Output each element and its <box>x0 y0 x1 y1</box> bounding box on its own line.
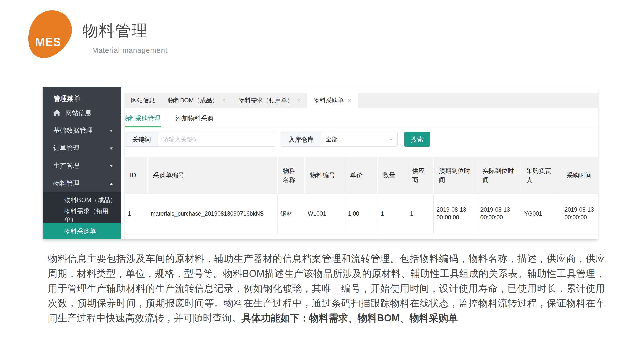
search-button[interactable]: 搜索 <box>404 132 430 147</box>
table-cell: 1 <box>125 194 148 234</box>
warehouse-label: 入库仓库 <box>281 132 321 147</box>
close-icon[interactable]: × <box>297 97 301 103</box>
chevron-icon: ▼ <box>109 164 114 168</box>
warehouse-select[interactable]: 全部 ▼ <box>321 132 398 147</box>
chevron-down-icon: ▼ <box>389 137 394 141</box>
sidebar-subitem[interactable]: 物料需求（领用单） <box>43 208 121 223</box>
sidebar-item[interactable]: 物料管理 ▲ <box>43 174 121 192</box>
sidebar-item-label: 生产管理 <box>53 161 109 170</box>
warehouse-group: 入库仓库 全部 ▼ <box>281 132 398 147</box>
sidebar-item[interactable]: 基础数据管理 ▼ <box>43 122 121 139</box>
close-icon[interactable]: × <box>348 97 351 103</box>
tab-bar: 网站信息 物料BOM（成品） × 物料需求（领用单） × 物料采购单 × <box>124 93 598 108</box>
table-cell: 2019-08-13 00:00:00 <box>561 194 598 234</box>
table-header-cell: 供应商 <box>407 157 433 194</box>
table-cell: materials_purchase_20190813090716bkNS <box>148 194 277 234</box>
description-bold: 具体功能如下：物料需求、物料BOM、物料采购单 <box>242 313 458 323</box>
table-cell: 2019-08-13 00:00:00 <box>433 194 477 234</box>
close-icon[interactable]: × <box>222 97 226 103</box>
sidebar: 管理菜单 网站信息 基础数据管理 ▼ 订单管理 ▼ 生产管理 ▼ 物料管理 ▲ … <box>43 87 121 239</box>
mes-logo: MES <box>27 10 73 59</box>
purchase-table: ID 采购单编号 物料名称 物料编号 单价 数量 供应商 预期到位时间 实际到位… <box>125 157 598 234</box>
content-area: 网站信息 物料BOM（成品） × 物料需求（领用单） × 物料采购单 × 物料采… <box>121 87 598 239</box>
subtab[interactable]: 物料采购管理 <box>124 114 161 127</box>
table-header-cell: 物料名称 <box>277 157 305 194</box>
sidebar-item[interactable]: 订单管理 ▼ <box>43 139 121 157</box>
sidebar-item[interactable]: 网站信息 <box>43 104 121 122</box>
sidebar-item[interactable]: 生产管理 ▼ <box>43 157 121 174</box>
page-titles: 物料管理 Material management <box>83 10 167 55</box>
table-cell: WL001 <box>305 194 345 234</box>
sidebar-subitem-label: 物料BOM（成品） <box>64 196 116 204</box>
sidebar-subitem-label: 物料采购单 <box>64 227 96 235</box>
tab-label: 物料需求（领用单） <box>239 96 293 104</box>
tab[interactable]: 网站信息 <box>124 93 162 108</box>
sidebar-submenu: 物料BOM（成品） 物料需求（领用单） 物料采购单 <box>43 192 121 239</box>
subtab[interactable]: 添加物料采购 <box>175 114 214 127</box>
table-cell: YG001 <box>521 194 561 234</box>
tab-label: 物料BOM（成品） <box>168 96 218 104</box>
page: MES 物料管理 Material management 管理菜单 网站信息 基… <box>0 0 644 362</box>
search-toolbar: 关键词 入库仓库 全部 ▼ 搜索 <box>125 132 598 147</box>
table-header-cell: 实际到位时间 <box>477 157 521 194</box>
warehouse-select-value: 全部 <box>326 135 389 143</box>
home-icon <box>53 109 62 116</box>
mes-window: 管理菜单 网站信息 基础数据管理 ▼ 订单管理 ▼ 生产管理 ▼ 物料管理 ▲ … <box>42 87 598 239</box>
tab[interactable]: 物料BOM（成品） × <box>162 93 232 108</box>
table-header-cell: 物料编号 <box>305 157 345 194</box>
page-subtitle: Material management <box>92 46 167 55</box>
sidebar-title: 管理菜单 <box>43 87 121 104</box>
sidebar-subitem[interactable]: 物料BOM（成品） <box>43 192 121 208</box>
subtab-label: 添加物料采购 <box>176 115 213 122</box>
app-header: MES 物料管理 Material management <box>27 10 167 59</box>
sidebar-item-label: 物料管理 <box>53 179 109 188</box>
table-header-cell: ID <box>125 157 148 194</box>
keyword-input[interactable] <box>158 132 275 147</box>
table-header-row: ID 采购单编号 物料名称 物料编号 单价 数量 供应商 预期到位时间 实际到位… <box>125 157 598 194</box>
tab-content: 物料采购管理 添加物料采购 关键词 入库仓库 全部 ▼ 搜索 <box>124 108 598 239</box>
logo-text: MES <box>35 35 61 49</box>
subtab-label: 物料采购管理 <box>124 115 160 122</box>
sidebar-item-label: 订单管理 <box>53 144 109 153</box>
table-cell: 1.00 <box>345 194 378 234</box>
tab-label: 网站信息 <box>131 96 155 104</box>
sidebar-item-label: 基础数据管理 <box>53 126 109 135</box>
tab-label: 物料采购单 <box>314 96 344 104</box>
subtab-bar: 物料采购管理 添加物料采购 <box>125 114 598 127</box>
sidebar-item-label: 网站信息 <box>65 109 113 117</box>
table-cell: 钢材 <box>277 194 305 234</box>
description-paragraph: 物料信息主要包括涉及车间的原材料，辅助生产器材的信息档案管理和流转管理。包括物料… <box>48 251 605 326</box>
keyword-group: 关键词 <box>125 132 275 147</box>
chevron-icon: ▲ <box>109 181 114 186</box>
keyword-label: 关键词 <box>125 132 158 147</box>
chevron-icon: ▼ <box>109 128 114 133</box>
chevron-icon: ▼ <box>109 146 114 150</box>
sidebar-menu: 网站信息 基础数据管理 ▼ 订单管理 ▼ 生产管理 ▼ 物料管理 ▲ <box>43 104 121 192</box>
table-header-cell: 预期到位时间 <box>433 157 477 194</box>
table-header-cell: 采购时间 <box>561 157 598 194</box>
table-header-cell: 采购负责人 <box>521 157 561 194</box>
tab[interactable]: 物料采购单 × <box>307 93 358 108</box>
table-cell: 2019-08-13 00:00:00 <box>477 194 521 234</box>
table-cell: 1 <box>378 194 407 234</box>
table-header-cell: 数量 <box>378 157 407 194</box>
sidebar-subitem-label: 物料需求（领用单） <box>64 207 121 224</box>
table-header-cell: 采购单编号 <box>148 157 277 194</box>
tab[interactable]: 物料需求（领用单） × <box>232 93 307 108</box>
logo-blob-icon <box>27 10 73 59</box>
table-row: 1 materials_purchase_20190813090716bkNS … <box>125 194 598 234</box>
sidebar-subitem[interactable]: 物料采购单 <box>43 223 121 239</box>
table-cell: 1 <box>407 194 433 234</box>
page-title: 物料管理 <box>83 20 167 41</box>
table-header-cell: 单价 <box>345 157 378 194</box>
